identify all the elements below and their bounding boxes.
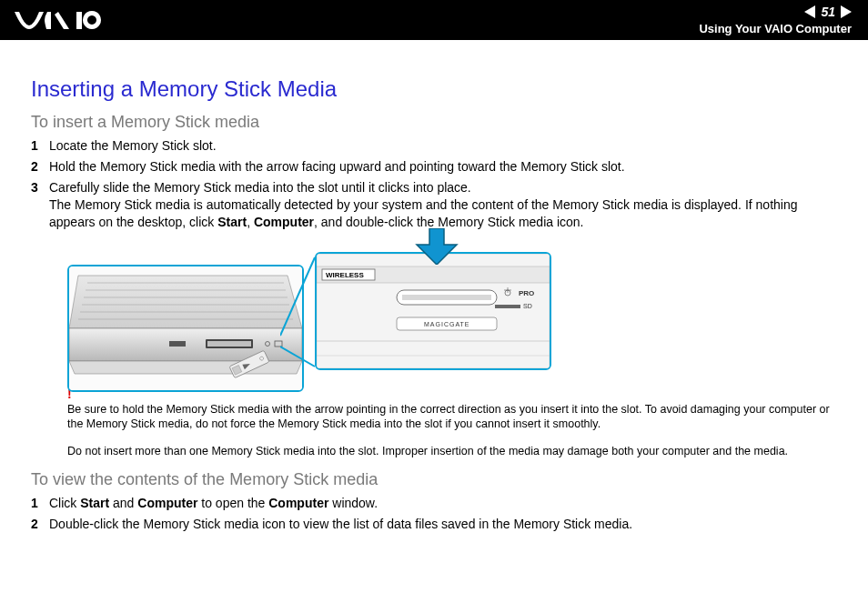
page-title: Inserting a Memory Stick Media — [31, 76, 837, 102]
svg-rect-12 — [207, 341, 251, 347]
bold-start: Start — [217, 215, 247, 229]
step-item: 3 Carefully slide the Memory Stick media… — [31, 179, 837, 231]
note-text: Do not insert more than one Memory Stick… — [67, 445, 837, 457]
laptop-side-panel — [67, 265, 304, 392]
step-text-part: and — [109, 496, 137, 510]
page-header: 51 Using Your VAIO Computer — [0, 0, 868, 40]
svg-marker-20 — [417, 228, 457, 265]
step-text-part: window. — [328, 496, 378, 510]
wireless-switch-label: WIRELESS — [326, 271, 364, 279]
insert-heading: To insert a Memory Stick media — [31, 113, 837, 132]
section-title: Using Your VAIO Computer — [699, 22, 852, 35]
svg-rect-15 — [169, 341, 186, 347]
pro-label: PRO — [519, 289, 534, 297]
step-text: Carefully slide the Memory Stick media i… — [49, 179, 837, 231]
step-text-part: to open the — [197, 496, 268, 510]
sd-label: SD — [523, 303, 532, 309]
bold-computer: Computer — [137, 496, 197, 510]
step-item: 1 Click Start and Computer to open the C… — [31, 495, 837, 512]
step-number: 3 — [31, 179, 49, 196]
step-text: Hold the Memory Stick media with the arr… — [49, 158, 837, 176]
svg-rect-28 — [495, 305, 520, 308]
step-text-part: , — [247, 215, 254, 229]
bold-computer: Computer — [254, 215, 314, 229]
step-text: Double-click the Memory Stick media icon… — [49, 516, 837, 533]
svg-line-32 — [280, 257, 315, 336]
step-text-part: Click — [49, 496, 80, 510]
svg-rect-0 — [76, 12, 82, 29]
step-number: 1 — [31, 495, 49, 512]
step-text: Click Start and Computer to open the Com… — [49, 495, 837, 512]
bold-computer-window: Computer — [268, 496, 328, 510]
step-number: 2 — [31, 158, 49, 176]
manual-page: 51 Using Your VAIO Computer Inserting a … — [0, 0, 868, 613]
step-text: Locate the Memory Stick slot. — [49, 137, 837, 155]
header-right: 51 Using Your VAIO Computer — [699, 5, 852, 35]
page-number: 51 — [821, 5, 835, 19]
page-body: Inserting a Memory Stick Media To insert… — [0, 40, 868, 554]
svg-marker-2 — [69, 276, 302, 328]
callout-lines — [280, 246, 317, 392]
svg-line-33 — [280, 347, 315, 367]
prev-page-arrow-icon[interactable] — [804, 5, 815, 18]
illustration-block: WIRELESS PRO SD — [67, 246, 837, 374]
next-page-arrow-icon[interactable] — [841, 5, 852, 18]
view-heading: To view the contents of the Memory Stick… — [31, 470, 837, 489]
step-item: 2 Double-click the Memory Stick media ic… — [31, 516, 837, 533]
step-item: 2 Hold the Memory Stick media with the a… — [31, 158, 837, 176]
step-text-part: , and double-click the Memory Stick medi… — [314, 215, 583, 229]
step-item: 1 Locate the Memory Stick slot. — [31, 137, 837, 155]
magicgate-label: MAGICGATE — [424, 321, 469, 327]
insert-arrow-icon — [409, 228, 464, 265]
bold-start: Start — [80, 496, 109, 510]
insert-steps: 1 Locate the Memory Stick slot. 2 Hold t… — [31, 137, 837, 230]
step-number: 2 — [31, 516, 49, 533]
slot-zoom-panel: WIRELESS PRO SD — [315, 252, 551, 370]
vaio-logo — [15, 9, 115, 31]
view-steps: 1 Click Start and Computer to open the C… — [31, 495, 837, 533]
svg-rect-26 — [402, 295, 491, 300]
warning-block: ! Be sure to hold the Memory Stick media… — [67, 387, 837, 431]
step-number: 1 — [31, 137, 49, 155]
page-navigator: 51 — [804, 5, 852, 19]
warning-text: Be sure to hold the Memory Stick media w… — [67, 403, 837, 431]
slot-zoom-wrapper: WIRELESS PRO SD — [315, 246, 551, 370]
